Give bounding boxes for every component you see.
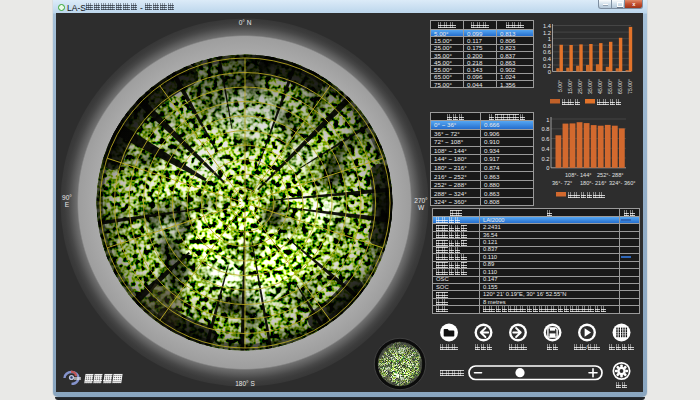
svg-text:35.00°: 35.00° xyxy=(587,79,593,94)
svg-text:0.4: 0.4 xyxy=(543,56,551,62)
svg-text:1.2: 1.2 xyxy=(543,30,551,36)
svg-text:1: 1 xyxy=(546,117,549,123)
svg-text:252°- 288°: 252°- 288° xyxy=(597,172,624,178)
svg-text:0: 0 xyxy=(546,165,549,171)
svg-text:0: 0 xyxy=(548,69,551,75)
svg-text:0.6: 0.6 xyxy=(542,136,550,142)
svg-text:0.8: 0.8 xyxy=(542,126,550,132)
svg-text:0.6: 0.6 xyxy=(543,49,551,55)
svg-text:15.00°: 15.00° xyxy=(567,79,573,94)
svg-text:324°- 360°: 324°- 360° xyxy=(609,180,636,186)
svg-text:25.00°: 25.00° xyxy=(577,79,583,94)
svg-text:65.00°: 65.00° xyxy=(617,79,623,94)
svg-text:1.4: 1.4 xyxy=(543,23,551,29)
svg-text:0.8: 0.8 xyxy=(543,43,551,49)
svg-text:0.4: 0.4 xyxy=(542,146,550,152)
svg-text:108°- 144°: 108°- 144° xyxy=(565,172,592,178)
svg-text:75.00°: 75.00° xyxy=(627,79,633,94)
svg-text:0.2: 0.2 xyxy=(543,63,551,69)
svg-text:5.00°: 5.00° xyxy=(557,80,563,92)
svg-text:1: 1 xyxy=(548,36,551,42)
svg-text:0.2: 0.2 xyxy=(542,156,550,162)
svg-text:55.00°: 55.00° xyxy=(607,79,613,94)
svg-text:180°- 216°: 180°- 216° xyxy=(580,180,607,186)
svg-text:45.00°: 45.00° xyxy=(597,79,603,94)
svg-text:36°- 72°: 36°- 72° xyxy=(552,180,572,186)
